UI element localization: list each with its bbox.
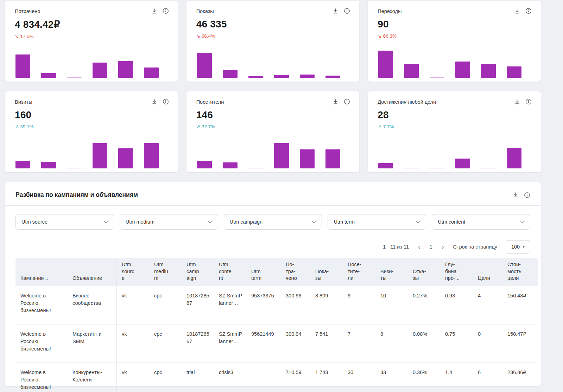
- sparkline-bar: [300, 149, 315, 168]
- table-cell: 8 809: [310, 286, 343, 324]
- sparkline-bar: [300, 75, 315, 78]
- utm-filter-utm-term[interactable]: Utm term: [328, 214, 426, 230]
- pagination-bar: 1 - 11 из 11 ‹ 1 › Строк на страницу 100…: [15, 240, 530, 253]
- kpi-sparkline-chart: [378, 50, 522, 78]
- page-number[interactable]: 1: [430, 244, 432, 250]
- sparkline-bar: [93, 63, 107, 78]
- info-icon[interactable]: [525, 8, 532, 14]
- sparkline-bar: [93, 143, 107, 168]
- sparkline-bar: [430, 168, 444, 168]
- table-cell: 9: [343, 286, 375, 324]
- chevron-right-icon[interactable]: ›: [441, 243, 445, 250]
- sparkline-bar: [378, 163, 393, 168]
- kpi-card-impressions: Показы 46 335 ↘66.4%: [186, 1, 360, 82]
- sparkline-bar: [15, 54, 30, 78]
- utm-filter-utm-campaign[interactable]: Utm campaign: [224, 214, 322, 230]
- trend-arrow-icon: ↗: [15, 124, 19, 129]
- kpi-card-goal-achievements: Достижения любой цели 28 ↗7.7%: [368, 91, 541, 172]
- info-icon[interactable]: [524, 192, 530, 198]
- column-header[interactable]: Utm camp aign: [182, 258, 214, 286]
- kpi-title: Достижения любой цели: [378, 99, 531, 105]
- table-cell: 0: [473, 324, 502, 363]
- table-cell: vk: [117, 286, 149, 324]
- trend-arrow-icon: ↘: [378, 33, 381, 39]
- info-icon[interactable]: [163, 98, 169, 105]
- table-header-row: Кампания↓ОбъявлениеUtm sourc eUtm mediu …: [15, 258, 538, 286]
- sparkline-bar: [378, 51, 393, 78]
- table-cell: Конкуренты-Коллеги: [68, 363, 117, 392]
- sparkline-bar: [144, 143, 159, 168]
- divider: [5, 205, 541, 206]
- info-icon[interactable]: [525, 98, 532, 105]
- info-icon[interactable]: [163, 8, 169, 14]
- table-cell: Маркетинг и SMM: [68, 324, 117, 363]
- table-cell: Welcome в Россию, бизнесмены!: [15, 363, 68, 392]
- kpi-delta: ↘66.4%: [196, 33, 350, 39]
- column-header[interactable]: Utm sourc e: [117, 258, 149, 286]
- table-cell: 0.08%: [408, 324, 440, 363]
- table-row[interactable]: Welcome в Россию, бизнесмены!Маркетинг и…: [15, 324, 538, 363]
- utm-filters-row: Utm sourceUtm mediumUtm campaignUtm term…: [15, 214, 530, 230]
- column-header[interactable]: Utm mediu m: [149, 258, 182, 286]
- table-cell: 0.36%: [408, 363, 440, 392]
- table-cell: vk: [117, 363, 149, 392]
- sparkline-bar: [41, 73, 56, 78]
- column-header[interactable]: Стои- мость цели: [502, 258, 538, 286]
- table-cell: cpc: [149, 286, 182, 324]
- kpi-card-spent: Потрачено 4 834.42₽ ↘17.5%: [5, 1, 178, 82]
- rows-per-page-select[interactable]: 100 ▾: [506, 240, 530, 253]
- download-icon[interactable]: [151, 99, 157, 105]
- sparkline-bar: [481, 64, 496, 78]
- column-header[interactable]: Кампания↓: [15, 258, 68, 286]
- kpi-value: 4 834.42₽: [15, 19, 168, 30]
- download-icon[interactable]: [514, 99, 520, 105]
- sparkline-bar: [197, 161, 212, 168]
- utm-filter-utm-medium[interactable]: Utm medium: [120, 214, 218, 230]
- table-cell: 0.93: [440, 286, 473, 324]
- column-header[interactable]: Объявление: [68, 258, 117, 286]
- sparkline-bar: [507, 148, 521, 168]
- download-icon[interactable]: [151, 8, 157, 14]
- utm-filter-utm-source[interactable]: Utm source: [15, 214, 114, 230]
- sparkline-bar: [325, 149, 340, 168]
- table-row[interactable]: Welcome в Россию, бизнесмены!Бизнес сооб…: [15, 286, 538, 324]
- kpi-card-visitors: Посетители 146 ↗32.7%: [186, 91, 360, 172]
- table-cell: Welcome в Россию, бизнесмены!: [15, 286, 68, 324]
- sparkline-bar: [404, 64, 419, 78]
- table-cell: 95621449: [246, 324, 281, 363]
- sparkline-bar: [274, 143, 289, 168]
- column-header[interactable]: Пока- зы: [310, 258, 343, 286]
- column-header[interactable]: Глу- бина про-...: [440, 258, 473, 286]
- chevron-left-icon[interactable]: ‹: [417, 243, 421, 250]
- table-cell: 150.48₽: [502, 286, 538, 324]
- download-icon[interactable]: [514, 8, 520, 14]
- sparkline-bar: [455, 159, 470, 168]
- column-header[interactable]: Посе- тите- ли: [343, 258, 375, 286]
- sort-desc-icon[interactable]: ↓: [46, 275, 48, 281]
- sparkline-bar: [118, 61, 133, 78]
- sparkline-bar: [430, 77, 444, 78]
- info-icon[interactable]: [344, 8, 350, 14]
- kpi-delta: ↗7.7%: [378, 124, 531, 129]
- utm-filter-utm-content[interactable]: Utm content: [432, 214, 530, 230]
- rows-per-page-label: Строк на страницу: [453, 244, 497, 250]
- column-header[interactable]: Utm term: [246, 258, 281, 286]
- sparkline-bar: [223, 162, 238, 168]
- sparkline-bar: [274, 75, 289, 78]
- sparkline-bar: [248, 76, 263, 78]
- table-row[interactable]: Welcome в Россию, бизнесмены!Конкуренты-…: [15, 363, 538, 392]
- table-cell: cpc: [149, 363, 182, 392]
- table-cell: 1018728567: [182, 286, 214, 324]
- column-header[interactable]: Цели: [473, 258, 502, 286]
- download-icon[interactable]: [333, 8, 339, 14]
- column-header[interactable]: По- тра- чено: [281, 258, 310, 286]
- column-header[interactable]: Отка- зы: [408, 258, 440, 286]
- info-icon[interactable]: [344, 98, 350, 105]
- sparkline-bar: [15, 161, 30, 168]
- download-icon[interactable]: [333, 99, 339, 105]
- column-header[interactable]: Визи- ты: [375, 258, 408, 286]
- select-arrow-icon: ▾: [523, 245, 525, 249]
- column-header[interactable]: Utm conte nt: [214, 258, 246, 286]
- filter-label: Utm content: [438, 219, 465, 225]
- download-icon[interactable]: [513, 192, 519, 198]
